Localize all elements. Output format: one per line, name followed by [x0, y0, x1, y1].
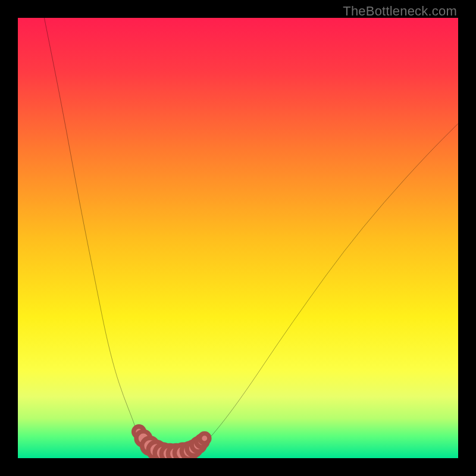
plot-area — [18, 18, 458, 458]
bottleneck-curve — [44, 18, 458, 456]
data-marker — [200, 434, 209, 443]
watermark-text: TheBottleneck.com — [343, 4, 457, 19]
chart-frame: TheBottleneck.com — [0, 0, 476, 476]
data-markers — [134, 427, 209, 458]
curve-layer — [18, 18, 458, 458]
